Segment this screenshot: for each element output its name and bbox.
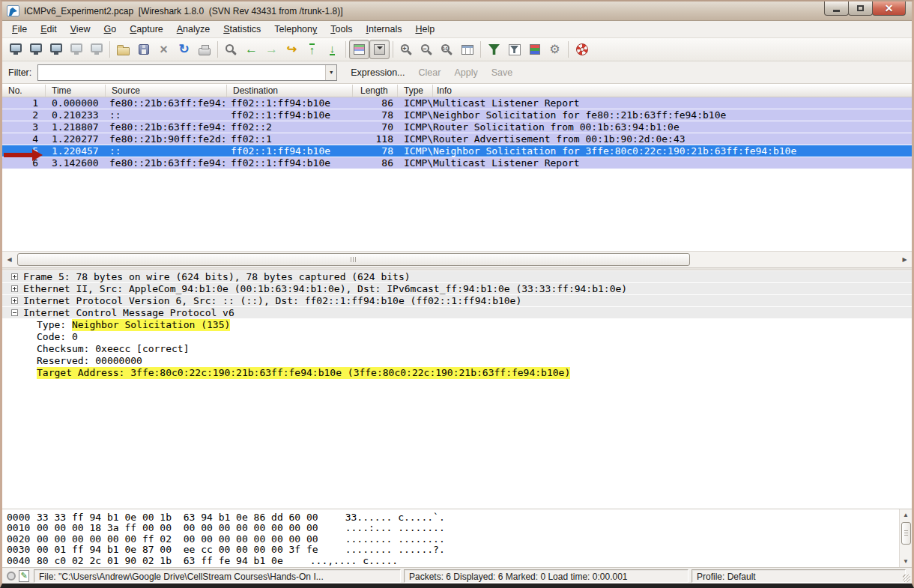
clear-button[interactable]: Clear <box>419 67 441 78</box>
column-header-info[interactable]: Info <box>433 85 912 97</box>
list-interfaces-icon <box>10 43 22 52</box>
cell-no: 5 <box>2 145 46 157</box>
packet-row[interactable]: 41.220277fe80::21b:90ff:fe2d:e43ff02::11… <box>2 133 912 145</box>
scroll-up-button[interactable]: ▲ <box>901 509 912 521</box>
menu-go[interactable]: Go <box>97 22 124 36</box>
display-filters-icon <box>509 44 521 55</box>
start-capture-button[interactable] <box>46 40 66 59</box>
expression-button[interactable]: Expression... <box>351 67 405 78</box>
annotation-pencil-icon[interactable]: ✎ <box>19 570 29 582</box>
coloring-rules-button[interactable] <box>524 40 545 59</box>
filter-input[interactable] <box>38 66 325 79</box>
vertical-scroll-thumb[interactable] <box>901 522 911 545</box>
cell-dst: ff02::1:ff94:b10e <box>227 97 353 109</box>
menu-capture[interactable]: Capture <box>123 22 169 36</box>
expert-info-icon[interactable] <box>7 572 16 581</box>
go-to-bottom-button[interactable]: ↓ <box>322 40 342 59</box>
detail-row[interactable]: Checksum: 0xeecc [correct] <box>2 343 912 355</box>
menu-view[interactable]: View <box>64 22 97 36</box>
expand-icon[interactable] <box>11 297 18 304</box>
scroll-left-button[interactable]: ◀ <box>3 253 16 266</box>
hex-offset: 0020 <box>2 534 37 545</box>
detail-row[interactable]: Internet Protocol Version 6, Src: :: (::… <box>2 295 912 307</box>
display-filters-button[interactable] <box>504 40 524 59</box>
save-button[interactable]: Save <box>491 67 513 78</box>
detail-row[interactable]: Internet Control Message Protocol v6 <box>2 307 912 319</box>
zoom-in-button[interactable]: + <box>396 40 417 59</box>
menu-telephony[interactable]: Telephony <box>267 22 324 36</box>
apply-button[interactable]: Apply <box>454 67 477 78</box>
menu-edit[interactable]: Edit <box>34 22 64 36</box>
minimize-button[interactable] <box>824 1 849 16</box>
reload-file-button[interactable]: ↻ <box>174 40 194 59</box>
packet-row[interactable]: 51.220457::ff02::1:ff94:b10e78ICMP\Neigh… <box>2 145 912 157</box>
go-forward-button[interactable]: → <box>261 40 282 59</box>
cell-info: Multicast Listener Report <box>433 97 912 109</box>
open-file-button[interactable] <box>113 40 133 59</box>
capture-filters-button[interactable] <box>484 40 504 59</box>
restart-capture-button[interactable] <box>86 40 106 59</box>
packet-row[interactable]: 20.210233::ff02::1:ff94:b10e78ICMP\Neigh… <box>2 109 912 121</box>
list-interfaces-button[interactable] <box>5 40 25 59</box>
title-bar[interactable]: ICMPv6_Experiment2.pcap [Wireshark 1.8.0… <box>2 1 912 21</box>
menu-text-post: tatistics <box>230 24 261 34</box>
detail-row[interactable]: Reserved: 00000000 <box>2 355 912 367</box>
cell-typ: ICMP\ <box>398 145 433 157</box>
horizontal-scrollbar[interactable]: ◀ ▶ <box>2 251 912 267</box>
maximize-button[interactable] <box>848 1 873 16</box>
go-back-button[interactable]: ← <box>241 40 261 59</box>
vertical-scrollbar[interactable]: ▲ ▼ <box>899 509 912 567</box>
go-to-packet-button[interactable]: ↪ <box>282 40 302 59</box>
expand-icon[interactable] <box>11 285 18 292</box>
cell-len: 78 <box>353 109 398 121</box>
zoom-100-button[interactable]: 1:1 <box>437 40 457 59</box>
menu-internals[interactable]: Internals <box>359 22 408 36</box>
help-button[interactable] <box>572 40 592 59</box>
expand-icon[interactable] <box>11 273 18 280</box>
go-to-top-button[interactable]: ↑ <box>302 40 322 59</box>
menu-statistics[interactable]: Statistics <box>217 22 267 36</box>
stop-capture-button[interactable] <box>66 40 86 59</box>
menu-analyze[interactable]: Analyze <box>170 22 217 36</box>
scroll-down-button[interactable]: ▼ <box>901 556 912 567</box>
find-packet-button[interactable] <box>221 40 241 59</box>
preferences-button[interactable]: ⚙ <box>545 40 565 59</box>
hex-bytes: 00 01 ff 94 b1 0e 87 00 ee cc 00 00 00 0… <box>37 545 318 555</box>
close-button[interactable]: ✕ <box>872 1 906 16</box>
filter-dropdown-button[interactable]: ▼ <box>325 65 336 80</box>
packet-row[interactable]: 63.142600fe80::21b:63ff:fe94:b10eff02::1… <box>2 157 912 169</box>
menu-accelerator: V <box>70 24 76 34</box>
zoom-out-button[interactable]: − <box>417 40 437 59</box>
column-header-typ[interactable]: Type <box>398 85 433 97</box>
detail-row[interactable]: Ethernet II, Src: AppleCom_94:b1:0e (00:… <box>2 283 912 295</box>
collapse-icon[interactable] <box>11 309 18 316</box>
detail-row[interactable]: Type: Neighbor Solicitation (135) <box>2 319 912 331</box>
print-button[interactable] <box>194 40 214 59</box>
detail-row[interactable]: Target Address: 3ffe:80c0:22c:190:21b:63… <box>2 367 912 379</box>
menu-tools[interactable]: Tools <box>324 22 359 36</box>
scroll-right-button[interactable]: ▶ <box>898 253 911 266</box>
column-header-dst[interactable]: Destination <box>227 85 353 97</box>
menu-file[interactable]: File <box>5 22 34 36</box>
column-header-no[interactable]: No. <box>2 85 46 97</box>
detail-row[interactable]: Code: 0 <box>2 331 912 343</box>
horizontal-scroll-thumb[interactable] <box>17 253 690 266</box>
resize-grip[interactable] <box>903 575 910 582</box>
column-header-time[interactable]: Time <box>46 85 106 97</box>
packet-row[interactable]: 10.000000fe80::21b:63ff:fe94:b10eff02::1… <box>2 97 912 109</box>
status-profile: Profile: Default <box>691 569 906 583</box>
close-file-button[interactable]: × <box>154 40 174 59</box>
menu-help[interactable]: Help <box>408 22 441 36</box>
hex-ascii: ........ ........ <box>345 534 445 545</box>
detail-row[interactable]: Frame 5: 78 bytes on wire (624 bits), 78… <box>2 271 912 283</box>
packet-list-pane: No.TimeSourceDestinationLengthTypeInfo 1… <box>2 84 912 267</box>
capture-options-button[interactable] <box>25 40 46 59</box>
colorize-packets-button[interactable] <box>349 40 369 59</box>
detail-text: Reserved: 00000000 <box>37 355 142 367</box>
resize-columns-button[interactable] <box>457 40 477 59</box>
packet-row[interactable]: 31.218807fe80::21b:63ff:fe94:b10eff02::2… <box>2 121 912 133</box>
column-header-src[interactable]: Source <box>106 85 227 97</box>
auto-scroll-button[interactable] <box>369 40 390 59</box>
column-header-len[interactable]: Length <box>353 85 398 97</box>
save-file-button[interactable] <box>133 40 154 59</box>
